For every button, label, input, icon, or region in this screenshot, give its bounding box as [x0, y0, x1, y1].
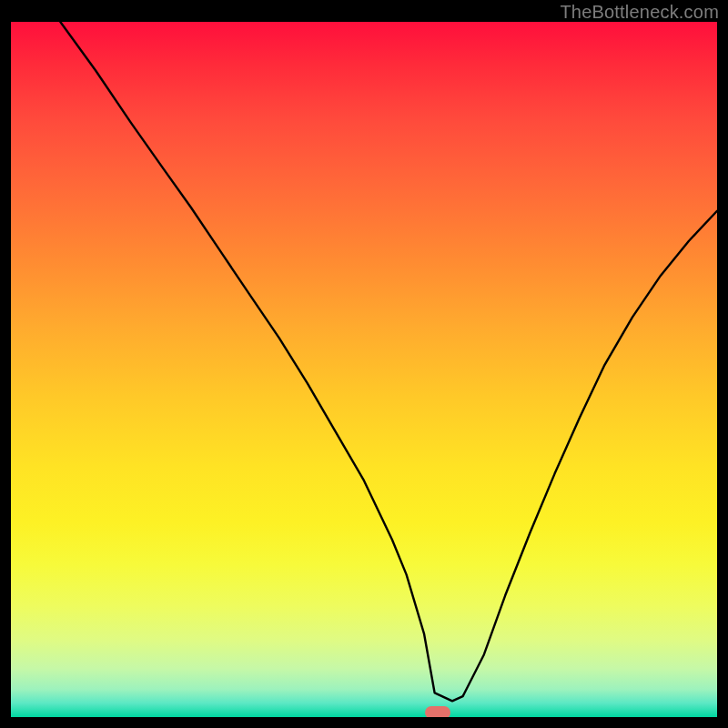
- plot-area: [11, 22, 717, 717]
- optimum-marker: [425, 706, 450, 717]
- chart-stage: TheBottleneck.com: [0, 0, 728, 728]
- heat-gradient-background: [11, 22, 717, 717]
- watermark-text: TheBottleneck.com: [560, 2, 719, 23]
